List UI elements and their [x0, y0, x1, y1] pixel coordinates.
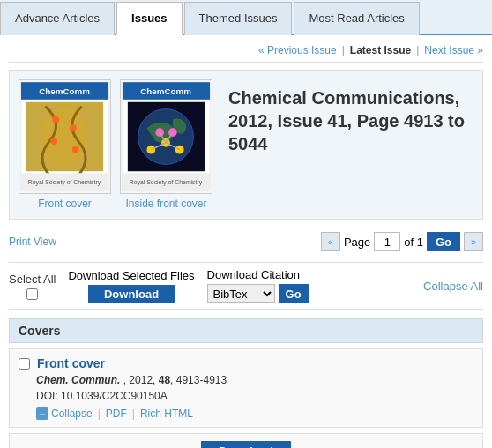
tab-issues[interactable]: Issues	[116, 2, 182, 35]
minus-icon: −	[36, 407, 48, 420]
controls-bar: Print View « Page of 1 Go »	[9, 228, 483, 255]
print-view-link[interactable]: Print View	[9, 235, 56, 248]
article-collapse-link[interactable]: − Collapse	[36, 407, 93, 420]
main-content: « Previous Issue | Latest Issue | Next I…	[0, 35, 492, 448]
article-journal: Chem. Commun.	[36, 374, 120, 386]
latest-issue-label: Latest Issue	[350, 44, 411, 56]
svg-point-5	[41, 107, 89, 168]
page-go-button[interactable]: Go	[427, 232, 460, 251]
article-title-link[interactable]: Front cover	[37, 356, 105, 370]
prev-issue-link[interactable]: « Previous Issue	[258, 44, 337, 56]
next-page-button[interactable]: »	[464, 232, 483, 251]
article-checkbox[interactable]	[19, 358, 30, 370]
front-cover-image: ChemComm Royal Society of Chemistry	[19, 79, 111, 194]
download-button[interactable]: Download	[88, 285, 175, 303]
citation-format-select[interactable]: BibTex RIS EndNote	[207, 284, 275, 303]
svg-text:ChemComm: ChemComm	[39, 86, 90, 96]
article-doi: DOI: 10.1039/C2CC90150A	[19, 390, 473, 402]
svg-point-21	[175, 146, 184, 154]
tab-bar: Advance Articles Issues Themed Issues Mo…	[0, 0, 492, 35]
sep2: |	[416, 44, 419, 56]
issue-header: ChemComm Royal Society of Chemistry	[9, 70, 483, 220]
citation-group: Download Citation BibTex RIS EndNote Go	[207, 268, 309, 303]
download-selected-label: Download Selected Files	[68, 269, 194, 282]
inside-front-cover-label[interactable]: Inside front cover	[125, 198, 206, 210]
article-actions: − Collapse | PDF | Rich HTML	[19, 407, 473, 420]
select-all-group: Select All	[9, 273, 56, 300]
article-pdf-link[interactable]: PDF	[106, 407, 127, 420]
issue-navigation: « Previous Issue | Latest Issue | Next I…	[9, 41, 483, 63]
page-label: Page	[344, 235, 370, 249]
sep1: |	[342, 44, 345, 56]
pipe-sep-1: |	[98, 407, 101, 420]
front-cover-item: ChemComm Royal Society of Chemistry	[19, 79, 111, 210]
select-download-bar: Select All Download Selected Files Downl…	[9, 262, 483, 310]
of-label: of 1	[404, 235, 423, 249]
download-box: Download	[9, 433, 483, 448]
article-meta: Chem. Commun. , 2012, 48, 4913-4913	[19, 374, 473, 386]
article-item: Front cover Chem. Commun. , 2012, 48, 49…	[9, 348, 483, 428]
download-selected-group: Download Selected Files Download	[68, 269, 194, 303]
svg-text:Royal Society of Chemistry: Royal Society of Chemistry	[28, 179, 101, 186]
citation-row: BibTex RIS EndNote Go	[207, 284, 309, 303]
tab-most-read-articles[interactable]: Most Read Articles	[294, 2, 419, 35]
article-year-volume: , 2012, 48, 4913-4913	[123, 374, 227, 386]
page-input[interactable]	[374, 232, 400, 251]
svg-point-7	[70, 124, 77, 131]
svg-point-8	[50, 138, 57, 145]
article-rich-html-link[interactable]: Rich HTML	[140, 407, 193, 420]
select-all-checkbox[interactable]	[26, 288, 38, 300]
front-cover-label[interactable]: Front cover	[38, 198, 92, 210]
svg-text:ChemComm: ChemComm	[140, 86, 191, 96]
citation-go-button[interactable]: Go	[279, 284, 309, 303]
next-issue-link[interactable]: Next Issue »	[424, 44, 483, 56]
tab-advance-articles[interactable]: Advance Articles	[0, 2, 115, 35]
article-top: Front cover	[19, 356, 473, 370]
svg-point-6	[52, 116, 59, 123]
inside-front-cover-item: ChemComm	[120, 79, 212, 210]
pipe-sep-2: |	[132, 407, 135, 420]
svg-point-9	[72, 146, 79, 153]
svg-text:Royal Society of Chemistry: Royal Society of Chemistry	[130, 179, 203, 186]
covers-section-header: Covers	[9, 318, 483, 343]
download-box-button[interactable]: Download	[201, 441, 291, 448]
pagination: « Page of 1 Go »	[321, 232, 483, 251]
citation-label: Download Citation	[207, 268, 301, 281]
collapse-all-link[interactable]: Collapse All	[423, 280, 483, 293]
inside-front-cover-image: ChemComm	[120, 79, 212, 194]
prev-page-button[interactable]: «	[321, 232, 340, 251]
issue-title: Chemical Communications, 2012, Issue 41,…	[221, 79, 473, 155]
select-all-text: Select All	[9, 273, 56, 286]
tab-themed-issues[interactable]: Themed Issues	[184, 2, 293, 35]
